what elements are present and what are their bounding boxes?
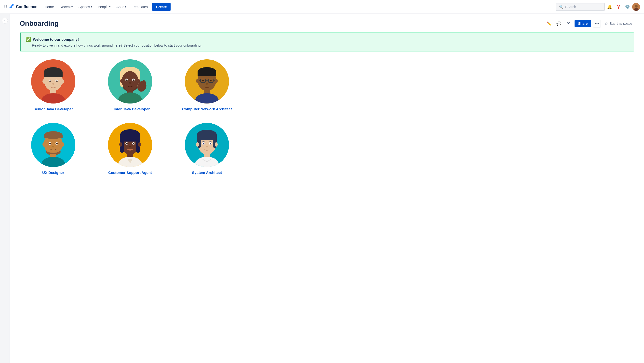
nav-people[interactable]: People ▾: [96, 3, 113, 10]
search-box[interactable]: 🔍 Search: [556, 3, 605, 11]
sidebar-toggle-button[interactable]: ›: [2, 18, 8, 23]
svg-point-13: [61, 79, 64, 84]
role-card-customer-support[interactable]: Customer Support Agent: [96, 123, 164, 175]
role-label-network-architect: Computer Network Architect: [182, 107, 232, 111]
svg-point-90: [210, 143, 211, 144]
role-avatar-customer-support: [108, 123, 152, 167]
svg-point-43: [202, 80, 204, 81]
svg-point-22: [122, 71, 138, 91]
svg-point-62: [61, 142, 64, 147]
role-avatar-ux-designer: [31, 123, 75, 167]
role-card-network-architect[interactable]: Computer Network Architect: [174, 59, 240, 111]
role-label-ux-designer: UX Designer: [42, 170, 64, 175]
nav-spaces[interactable]: Spaces ▾: [76, 3, 94, 10]
share-button[interactable]: Share: [574, 20, 591, 27]
roles-grid: Senior Java Developer: [20, 59, 240, 175]
svg-point-27: [129, 82, 131, 84]
comment-button[interactable]: 💬: [555, 20, 563, 27]
page-header: Onboarding ✏️ 💬 👁 Share ••• ☆ Star this …: [20, 20, 634, 27]
role-card-junior-java-dev[interactable]: Junior Java Developer: [96, 59, 164, 111]
nav-recent[interactable]: Recent ▾: [57, 3, 75, 10]
svg-point-75: [129, 146, 131, 147]
avatar-image: [632, 3, 640, 11]
svg-point-25: [126, 79, 128, 81]
create-button[interactable]: Create: [152, 3, 171, 11]
sidebar: ›: [0, 14, 10, 363]
svg-point-47: [215, 79, 218, 83]
chevron-down-icon: ▾: [91, 5, 92, 8]
svg-point-60: [52, 146, 54, 147]
welcome-banner: ✅ Welcome to our company! Ready to dive …: [20, 32, 634, 51]
svg-point-28: [120, 79, 123, 83]
role-label-system-architect: System Architect: [192, 170, 222, 175]
more-options-button[interactable]: •••: [593, 20, 601, 27]
user-avatar[interactable]: [632, 3, 640, 11]
search-icon: 🔍: [559, 5, 563, 9]
svg-point-1: [635, 5, 638, 7]
role-avatar-network-architect: [185, 59, 229, 103]
confluence-icon: [9, 3, 14, 10]
svg-point-73: [126, 143, 128, 144]
svg-point-91: [206, 146, 208, 147]
svg-point-26: [133, 79, 134, 81]
role-card-system-architect[interactable]: System Architect: [174, 123, 240, 175]
star-icon: ☆: [605, 21, 608, 25]
role-label-junior-java-dev: Junior Java Developer: [110, 107, 150, 111]
role-card-ux-designer[interactable]: UX Designer: [20, 123, 87, 175]
check-icon: ✅: [26, 36, 31, 42]
page-actions: ✏️ 💬 👁 Share ••• ☆ Star this space: [545, 20, 634, 27]
svg-point-77: [138, 142, 141, 147]
svg-point-46: [196, 79, 199, 83]
nav-home[interactable]: Home: [42, 3, 56, 10]
svg-point-45: [206, 83, 208, 85]
svg-point-61: [42, 142, 46, 147]
svg-point-58: [49, 143, 51, 144]
role-card-senior-java-dev[interactable]: Senior Java Developer: [20, 59, 87, 111]
chevron-down-icon: ▾: [72, 5, 73, 8]
grid-icon[interactable]: ⠿: [4, 4, 7, 9]
svg-point-92: [196, 142, 199, 147]
settings-button[interactable]: ⚙️: [624, 3, 631, 11]
role-avatar-junior-java-dev: [108, 59, 152, 103]
svg-point-74: [133, 143, 134, 144]
svg-rect-37: [198, 72, 216, 76]
watch-button[interactable]: 👁: [565, 20, 572, 27]
svg-point-59: [56, 143, 58, 144]
role-avatar-senior-java-dev: [31, 59, 75, 103]
svg-point-89: [203, 143, 204, 144]
main-content: Onboarding ✏️ 💬 👁 Share ••• ☆ Star this …: [10, 14, 644, 363]
star-space-button[interactable]: ☆ Star this space: [603, 20, 634, 27]
page-title: Onboarding: [20, 20, 59, 27]
svg-point-11: [52, 83, 54, 85]
chevron-down-icon: ▾: [109, 5, 110, 8]
role-label-customer-support: Customer Support Agent: [108, 170, 152, 175]
logo-text: Confluence: [16, 5, 37, 9]
notifications-button[interactable]: 🔔: [606, 3, 614, 11]
nav-apps[interactable]: Apps ▾: [114, 3, 128, 10]
svg-point-9: [49, 80, 51, 82]
layout: › Onboarding ✏️ 💬 👁 Share ••• ☆ Star thi…: [0, 14, 644, 363]
role-avatar-system-architect: [185, 123, 229, 167]
svg-point-10: [56, 80, 58, 82]
svg-rect-53: [44, 135, 62, 138]
svg-point-76: [119, 142, 122, 147]
svg-point-93: [215, 142, 218, 147]
svg-point-12: [42, 79, 46, 84]
help-button[interactable]: ❓: [614, 3, 622, 11]
svg-point-44: [210, 80, 212, 81]
chevron-down-icon: ▾: [125, 5, 126, 8]
role-label-senior-java-dev: Senior Java Developer: [34, 107, 73, 111]
svg-rect-6: [44, 72, 62, 77]
banner-body: Ready to dive in and explore how things …: [32, 43, 629, 47]
banner-title: ✅ Welcome to our company!: [26, 36, 629, 42]
nav-templates[interactable]: Templates: [130, 3, 150, 10]
logo[interactable]: Confluence: [9, 3, 37, 10]
topnav: ⠿ Confluence Home Recent ▾ Spaces ▾ Peop…: [0, 0, 644, 14]
edit-button[interactable]: ✏️: [545, 20, 553, 27]
